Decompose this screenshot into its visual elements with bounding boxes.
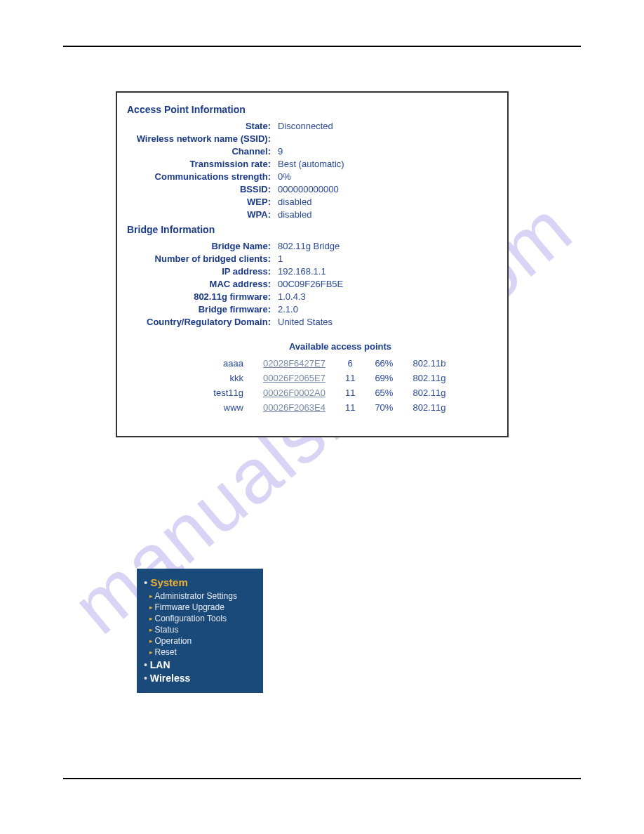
row-comm-strength: Communications strength:0% [127,171,497,182]
row-bridge-firmware: Bridge firmware:2.1.0 [127,304,497,315]
ap-bssid: 00026F2063E4 [253,400,335,415]
ap-name: kkk [197,371,253,385]
label: Bridge firmware: [127,304,278,315]
value: Best (automatic) [278,159,497,169]
nav-menu: System Administrator Settings Firmware U… [137,569,263,693]
label: 802.11g firmware: [127,291,278,302]
row-bssid: BSSID:000000000000 [127,184,497,194]
nav-wireless[interactable]: Wireless [144,671,257,684]
row-mac: MAC address:00C09F26FB5E [127,279,497,289]
value: 000000000000 [278,184,497,194]
nav-operation[interactable]: Operation [144,635,257,647]
label: Transmission rate: [127,159,278,169]
ap-name: aaaa [197,356,253,371]
nav-system[interactable]: System [144,576,257,590]
nav-config-tools[interactable]: Configuration Tools [144,613,257,624]
ap-mode: 802.11b [403,356,455,371]
available-aps-title: Available access points [127,341,497,352]
row-wpa: WPA:disabled [127,209,497,220]
value: United States [278,317,497,327]
nav-admin-settings[interactable]: Administrator Settings [144,590,257,602]
label: IP address: [127,266,278,277]
row-state: State:Disconnected [127,121,497,131]
label: BSSID: [127,184,278,194]
label: WEP: [127,197,278,207]
row-channel: Channel:9 [127,146,497,157]
row-bridge-name: Bridge Name:802.11g Bridge [127,241,497,251]
row-bridged-clients: Number of bridged clients:1 [127,253,497,264]
label: Country/Regulatory Domain: [127,317,278,327]
ap-bssid: 02028F6427E7 [253,356,335,371]
ap-mode: 802.11g [403,385,455,400]
value: 00C09F26FB5E [278,279,497,289]
ap-info-title: Access Point Information [127,104,497,115]
ap-name: www [197,400,253,415]
value [278,133,497,144]
row-transmission-rate: Transmission rate:Best (automatic) [127,159,497,169]
bridge-info-rows: Bridge Name:802.11g Bridge Number of bri… [127,241,497,327]
label: Number of bridged clients: [127,253,278,264]
bottom-divider [63,778,581,779]
label: Channel: [127,146,278,157]
ap-info-rows: State:Disconnected Wireless network name… [127,121,497,220]
ap-bssid: 00026F2065E7 [253,371,335,385]
ap-strength: 70% [365,400,403,415]
row-ssid: Wireless network name (SSID): [127,133,497,144]
ap-bssid: 00026F0002A0 [253,385,335,400]
value: 9 [278,146,497,157]
label: WPA: [127,209,278,220]
label: Communications strength: [127,171,278,182]
ap-bssid-link[interactable]: 00026F2063E4 [263,402,326,413]
nav-firmware-upgrade[interactable]: Firmware Upgrade [144,602,257,613]
nav-status[interactable]: Status [144,624,257,635]
ap-channel: 11 [335,371,365,385]
row-80211g-firmware: 802.11g firmware:1.0.4.3 [127,291,497,302]
value: 802.11g Bridge [278,241,497,251]
ap-strength: 66% [365,356,403,371]
value: 1 [278,253,497,264]
ap-mode: 802.11g [403,400,455,415]
ap-bssid-link[interactable]: 02028F6427E7 [263,358,326,369]
ap-name: test11g [197,385,253,400]
table-row: aaaa 02028F6427E7 6 66% 802.11b [197,356,455,371]
label: Wireless network name (SSID): [127,133,278,144]
top-divider [63,46,581,47]
ap-channel: 11 [335,400,365,415]
value: 192.168.1.1 [278,266,497,277]
info-panel: Access Point Information State:Disconnec… [116,91,509,437]
value: disabled [278,197,497,207]
ap-strength: 69% [365,371,403,385]
table-row: test11g 00026F0002A0 11 65% 802.11g [197,385,455,400]
nav-lan[interactable]: LAN [144,658,257,671]
label: MAC address: [127,279,278,289]
value: 2.1.0 [278,304,497,315]
row-wep: WEP:disabled [127,197,497,207]
value: disabled [278,209,497,220]
table-row: www 00026F2063E4 11 70% 802.11g [197,400,455,415]
value: 0% [278,171,497,182]
ap-mode: 802.11g [403,371,455,385]
table-row: kkk 00026F2065E7 11 69% 802.11g [197,371,455,385]
label: State: [127,121,278,131]
ap-channel: 6 [335,356,365,371]
ap-channel: 11 [335,385,365,400]
nav-reset[interactable]: Reset [144,647,257,658]
bridge-info-title: Bridge Information [127,224,497,235]
row-ip: IP address:192.168.1.1 [127,266,497,277]
value: Disconnected [278,121,497,131]
ap-bssid-link[interactable]: 00026F0002A0 [263,388,326,398]
available-aps-table: aaaa 02028F6427E7 6 66% 802.11b kkk 0002… [197,356,455,415]
value: 1.0.4.3 [278,291,497,302]
ap-strength: 65% [365,385,403,400]
row-country: Country/Regulatory Domain:United States [127,317,497,327]
ap-bssid-link[interactable]: 00026F2065E7 [263,373,326,383]
label: Bridge Name: [127,241,278,251]
